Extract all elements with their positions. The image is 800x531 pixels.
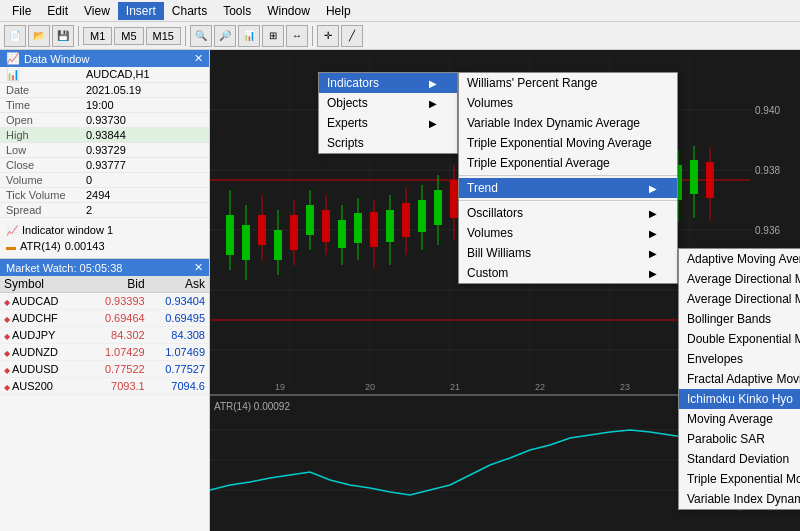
chart-type-btn[interactable]: 📊: [238, 25, 260, 47]
low-label: Low: [6, 144, 86, 156]
trend-ichimoku[interactable]: Ichimoku Kinko Hyo: [679, 389, 800, 409]
ind-tea[interactable]: Triple Exponential Average: [459, 153, 677, 173]
mw-ask: 0.69495: [145, 312, 205, 324]
mw-row[interactable]: ◆AUDJPY 84.302 84.308: [0, 327, 209, 344]
trend-stddev[interactable]: Standard Deviation: [679, 449, 800, 469]
sep2: [185, 26, 186, 46]
mw-table-header: Symbol Bid Ask: [0, 276, 209, 293]
mw-ask: 1.07469: [145, 346, 205, 358]
main-area: 📈 Data Window ✕ 📊 AUDCAD,H1 Date 2021.05…: [0, 50, 800, 531]
market-watch-title: Market Watch: 05:05:38: [6, 262, 122, 274]
ind-bill-williams[interactable]: Bill Williams ▶: [459, 243, 677, 263]
mw-row[interactable]: ◆AUDUSD 0.77522 0.77527: [0, 361, 209, 378]
time-label: Time: [6, 99, 86, 111]
ind-sep1: [459, 175, 677, 176]
svg-text:0.936: 0.936: [755, 225, 780, 236]
menu-window[interactable]: Window: [259, 2, 318, 20]
trend-vida[interactable]: Variable Index Dynamic Average: [679, 489, 800, 509]
indicator-window-label: Indicator window 1: [22, 224, 113, 236]
insert-menu[interactable]: Indicators ▶ Objects ▶ Experts ▶ Scripts: [318, 72, 458, 154]
menu-edit[interactable]: Edit: [39, 2, 76, 20]
data-window-label: Data Window: [24, 53, 89, 65]
ind-custom[interactable]: Custom ▶: [459, 263, 677, 283]
trend-bb[interactable]: Bollinger Bands: [679, 309, 800, 329]
indicator-section: 📈 Indicator window 1 ▬ ATR(14) 0.00143: [0, 218, 209, 258]
trend-psar[interactable]: Parabolic SAR: [679, 429, 800, 449]
ind-trend[interactable]: Trend ▶: [459, 178, 677, 198]
tick-volume-value: 2494: [86, 189, 110, 201]
menu-charts[interactable]: Charts: [164, 2, 215, 20]
market-watch-close[interactable]: ✕: [194, 261, 203, 274]
new-chart-btn[interactable]: 📄: [4, 25, 26, 47]
ind-oscillators[interactable]: Oscillators ▶: [459, 203, 677, 223]
tf-m15[interactable]: M15: [146, 27, 181, 45]
svg-rect-31: [354, 213, 362, 243]
mw-row[interactable]: ◆AUDCAD 0.93393 0.93404: [0, 293, 209, 310]
menu-tools[interactable]: Tools: [215, 2, 259, 20]
trend-dema[interactable]: Double Exponential Moving Average: [679, 329, 800, 349]
ind-volumes[interactable]: Volumes: [459, 93, 677, 113]
svg-rect-41: [434, 190, 442, 225]
indicators-submenu[interactable]: Williams' Percent Range Volumes Variable…: [458, 72, 678, 284]
ind-vida[interactable]: Variable Index Dynamic Average: [459, 113, 677, 133]
svg-rect-35: [386, 210, 394, 242]
mw-col-symbol: Symbol: [4, 277, 84, 291]
market-watch-header: Market Watch: 05:05:38 ✕: [0, 259, 209, 276]
trend-frama[interactable]: Fractal Adaptive Moving Average: [679, 369, 800, 389]
ind-williams[interactable]: Williams' Percent Range: [459, 73, 677, 93]
trend-admi[interactable]: Average Directional Movement Index: [679, 269, 800, 289]
grid-btn[interactable]: ⊞: [262, 25, 284, 47]
experts-arrow: ▶: [429, 118, 437, 129]
mw-rows: ◆AUDCAD 0.93393 0.93404 ◆AUDCHF 0.69464 …: [0, 293, 209, 395]
trend-admiw[interactable]: Average Directional Movement Index Wilde…: [679, 289, 800, 309]
svg-text:ATR(14) 0.00092: ATR(14) 0.00092: [214, 401, 290, 412]
symbol-value: AUDCAD,H1: [86, 68, 150, 81]
spread-row: Spread 2: [0, 203, 209, 218]
autoscroll-btn[interactable]: ↔: [286, 25, 308, 47]
menu-help[interactable]: Help: [318, 2, 359, 20]
ind-tema[interactable]: Triple Exponential Moving Average: [459, 133, 677, 153]
trend-env[interactable]: Envelopes: [679, 349, 800, 369]
svg-rect-23: [290, 215, 298, 250]
ind-volumes2[interactable]: Volumes ▶: [459, 223, 677, 243]
crosshair-btn[interactable]: ✛: [317, 25, 339, 47]
zoom-out-btn[interactable]: 🔎: [214, 25, 236, 47]
svg-text:0.938: 0.938: [755, 165, 780, 176]
mw-col-bid: Bid: [84, 277, 144, 291]
mw-row[interactable]: ◆AUDCHF 0.69464 0.69495: [0, 310, 209, 327]
chart-area[interactable]: 0.940 0.938 0.936 0.934 0.932 19 20 21 2…: [210, 50, 800, 531]
date-label: Date: [6, 84, 86, 96]
menu-file[interactable]: File: [4, 2, 39, 20]
data-window-close[interactable]: ✕: [194, 52, 203, 65]
save-btn[interactable]: 💾: [52, 25, 74, 47]
indicator-icon: 📈: [6, 225, 18, 236]
line-btn[interactable]: ╱: [341, 25, 363, 47]
menu-view[interactable]: View: [76, 2, 118, 20]
open-btn[interactable]: 📂: [28, 25, 50, 47]
trend-ma[interactable]: Moving Average: [679, 409, 800, 429]
mw-symbol: ◆AUS200: [4, 380, 84, 392]
time-row: Time 19:00: [0, 98, 209, 113]
zoom-in-btn[interactable]: 🔍: [190, 25, 212, 47]
mw-symbol: ◆AUDJPY: [4, 329, 84, 341]
svg-text:21: 21: [450, 382, 460, 392]
open-label: Open: [6, 114, 86, 126]
low-value: 0.93729: [86, 144, 126, 156]
insert-indicators[interactable]: Indicators ▶: [319, 73, 457, 93]
insert-scripts[interactable]: Scripts: [319, 133, 457, 153]
mw-row[interactable]: ◆AUS200 7093.1 7094.6: [0, 378, 209, 395]
insert-experts[interactable]: Experts ▶: [319, 113, 457, 133]
svg-rect-43: [450, 180, 458, 218]
insert-objects[interactable]: Objects ▶: [319, 93, 457, 113]
trend-tema[interactable]: Triple Exponential Moving Average: [679, 469, 800, 489]
objects-arrow: ▶: [429, 98, 437, 109]
mw-row[interactable]: ◆AUDNZD 1.07429 1.07469: [0, 344, 209, 361]
trend-ama[interactable]: Adaptive Moving Average: [679, 249, 800, 269]
tf-m1[interactable]: M1: [83, 27, 112, 45]
tf-m5[interactable]: M5: [114, 27, 143, 45]
menu-bar: File Edit View Insert Charts Tools Windo…: [0, 0, 800, 22]
svg-text:22: 22: [535, 382, 545, 392]
trend-submenu[interactable]: Adaptive Moving Average Average Directio…: [678, 248, 800, 510]
indicators-arrow: ▶: [429, 78, 437, 89]
menu-insert[interactable]: Insert: [118, 2, 164, 20]
